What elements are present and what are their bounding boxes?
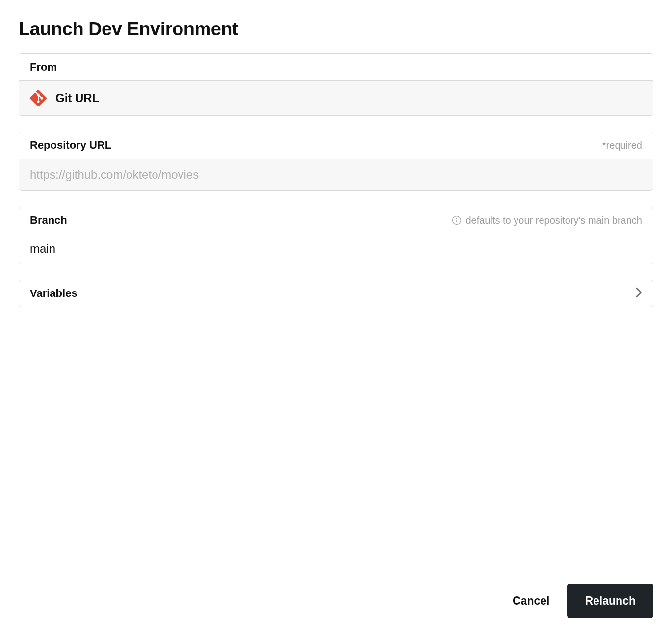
branch-hint: defaults to your repository's main branc… bbox=[465, 215, 642, 226]
variables-section[interactable]: Variables bbox=[19, 280, 653, 307]
variables-label: Variables bbox=[30, 287, 78, 300]
from-source-label: Git URL bbox=[55, 91, 99, 105]
relaunch-button[interactable]: Relaunch bbox=[567, 584, 653, 618]
chevron-right-icon bbox=[635, 287, 642, 300]
from-source-row[interactable]: Git URL bbox=[19, 81, 653, 115]
info-icon bbox=[452, 215, 462, 225]
svg-point-2 bbox=[457, 218, 457, 219]
repository-hint: *required bbox=[602, 140, 642, 151]
branch-input[interactable] bbox=[30, 242, 642, 256]
page-title: Launch Dev Environment bbox=[19, 19, 653, 40]
cancel-button[interactable]: Cancel bbox=[513, 594, 549, 608]
footer-actions: Cancel Relaunch bbox=[513, 584, 653, 618]
repository-header: Repository URL *required bbox=[19, 132, 653, 159]
from-label: From bbox=[30, 61, 57, 74]
repository-label: Repository URL bbox=[30, 139, 111, 152]
from-section: From Git URL bbox=[19, 53, 653, 116]
branch-hint-wrapper: defaults to your repository's main branc… bbox=[452, 215, 642, 226]
branch-body bbox=[19, 234, 653, 264]
branch-header: Branch defaults to your repository's mai… bbox=[19, 207, 653, 234]
branch-section: Branch defaults to your repository's mai… bbox=[19, 207, 653, 264]
git-icon bbox=[30, 90, 47, 106]
repository-body bbox=[19, 159, 653, 190]
branch-label: Branch bbox=[30, 214, 67, 227]
repository-section: Repository URL *required bbox=[19, 132, 653, 191]
repository-url-input[interactable] bbox=[30, 168, 642, 182]
from-header: From bbox=[19, 54, 653, 81]
